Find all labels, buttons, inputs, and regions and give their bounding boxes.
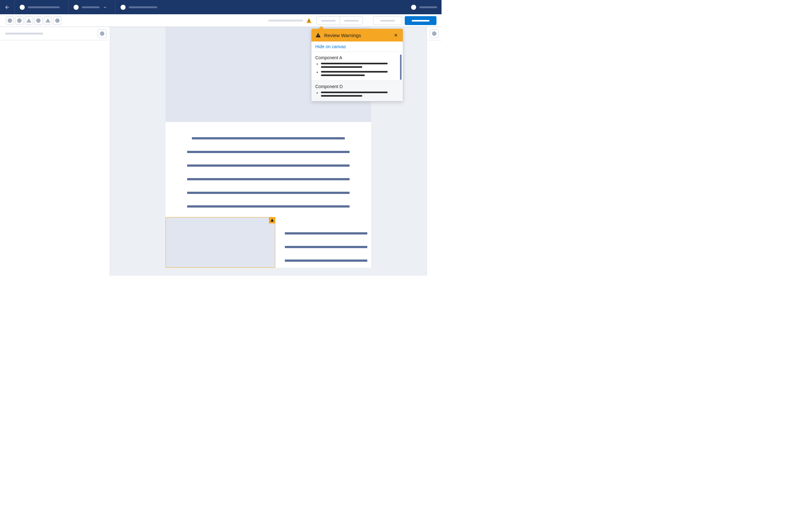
top-bar	[0, 0, 442, 14]
bullet-icon: •	[316, 63, 318, 68]
nav-tab-1[interactable]	[14, 0, 68, 14]
circle-icon	[432, 32, 437, 36]
warning-section-component-a[interactable]: Component A • •	[311, 52, 403, 81]
back-button[interactable]	[0, 0, 14, 14]
warning-text-line	[321, 92, 388, 93]
segmented-control	[316, 16, 363, 25]
warning-section-component-d[interactable]: Component D •	[311, 81, 403, 101]
component-with-warning[interactable]	[165, 217, 275, 268]
tool-button-2[interactable]	[15, 16, 23, 25]
svg-rect-0	[309, 20, 309, 21]
circle-icon	[55, 18, 60, 23]
user-label	[419, 6, 437, 8]
tab-label	[82, 6, 100, 8]
component-warning-badge[interactable]	[269, 217, 275, 223]
content-line	[187, 192, 350, 194]
panel-title	[5, 33, 43, 35]
warning-text-line	[321, 66, 362, 68]
two-column-row	[165, 217, 371, 268]
tab-icon	[120, 5, 125, 10]
bullet-icon: •	[316, 71, 318, 76]
panel-action-button[interactable]	[98, 29, 107, 38]
nav-tab-3[interactable]	[115, 0, 162, 14]
right-panel-header	[427, 27, 442, 40]
tool-button-3[interactable]	[25, 16, 33, 25]
panel-toggle-button[interactable]	[430, 29, 439, 38]
primary-action-button[interactable]	[405, 16, 437, 25]
right-panel	[426, 27, 442, 276]
tab-icon	[20, 5, 25, 10]
segment-2[interactable]	[340, 16, 362, 25]
right-column-text[interactable]	[275, 217, 371, 268]
secondary-action-button[interactable]	[373, 16, 402, 25]
toolbar-right	[268, 14, 437, 27]
scrollbar-thumb[interactable]	[400, 55, 402, 80]
content-line	[192, 137, 345, 139]
content-line	[187, 164, 350, 167]
status-text	[268, 20, 303, 21]
close-icon	[394, 33, 398, 38]
warning-text-line	[321, 71, 388, 72]
tool-button-6[interactable]	[53, 16, 61, 25]
warning-item: •	[315, 92, 399, 97]
circle-icon	[17, 18, 21, 23]
warning-text-line	[321, 95, 362, 97]
content-line	[285, 232, 367, 234]
toolbar	[0, 14, 442, 27]
left-panel-header	[0, 27, 110, 40]
warning-icon	[315, 32, 321, 38]
tool-button-1[interactable]	[6, 16, 14, 25]
hide-on-canvas-link[interactable]: Hide on canvas	[311, 42, 403, 52]
tab-label	[129, 6, 157, 8]
triangle-icon	[26, 18, 32, 22]
back-arrow-icon	[4, 4, 10, 10]
left-panel	[0, 27, 110, 276]
triangle-icon	[45, 18, 50, 22]
popover-header: Review Warnings	[311, 29, 403, 42]
tool-button-4[interactable]	[34, 16, 43, 25]
warning-item: •	[315, 63, 399, 68]
svg-rect-3	[318, 36, 318, 37]
user-avatar[interactable]	[411, 5, 416, 10]
content-line	[285, 246, 367, 248]
bullet-icon: •	[316, 92, 318, 97]
nav-tab-2[interactable]	[68, 0, 115, 14]
warning-icon	[270, 218, 274, 222]
circle-icon	[100, 32, 104, 36]
warning-text-line	[321, 63, 388, 64]
tab-label	[28, 6, 60, 8]
warnings-popover: Review Warnings Hide on canvas Component…	[311, 29, 403, 101]
svg-rect-2	[318, 35, 318, 36]
svg-rect-1	[309, 22, 309, 22]
tool-button-5[interactable]	[44, 16, 52, 25]
popover-arrow	[318, 26, 324, 29]
chevron-down-icon	[103, 5, 107, 9]
warning-text-line	[321, 74, 365, 76]
circle-icon	[36, 18, 41, 23]
circle-icon	[8, 18, 12, 23]
content-line	[285, 260, 367, 262]
content-line	[187, 205, 350, 208]
warning-item: •	[315, 71, 399, 76]
warning-icon[interactable]	[306, 17, 312, 24]
content-line	[187, 178, 350, 180]
content-line	[187, 151, 350, 153]
tab-icon	[73, 5, 79, 10]
warning-section-title: Component D	[315, 84, 399, 89]
popover-title: Review Warnings	[324, 33, 390, 38]
popover-close-button[interactable]	[393, 32, 399, 38]
top-bar-right	[407, 0, 442, 14]
warning-section-title: Component A	[315, 55, 399, 60]
segment-1[interactable]	[317, 16, 340, 25]
text-block[interactable]	[165, 122, 371, 217]
